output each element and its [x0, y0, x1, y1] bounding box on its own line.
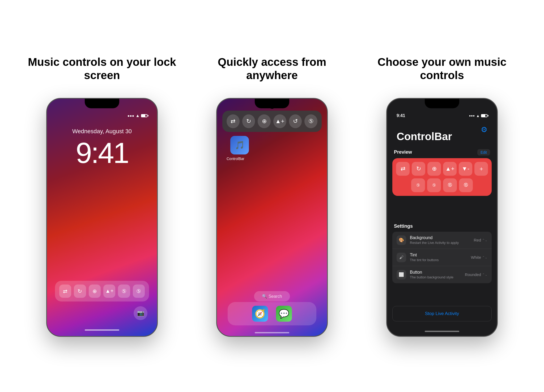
tint-setting-row[interactable]: 🖌 Tint The tint for buttons White ⌃⌄: [392, 249, 492, 266]
stop-live-activity-button[interactable]: Stop Live Activity: [392, 306, 492, 321]
button-setting-value: Rounded ⌃⌄: [465, 272, 487, 277]
preview-vol-down[interactable]: ▼-: [459, 162, 472, 176]
phone-3-status-bar: 9:41 ●●● ▲: [387, 113, 497, 118]
background-setting-content: Background Restart the Live Activity to …: [410, 235, 470, 245]
preview-row-2: ⑤ ⑤ ⑮ ⑮: [396, 178, 488, 192]
preview-s15-2[interactable]: ⑮: [459, 178, 473, 192]
background-setting-icon: 🎨: [397, 235, 406, 245]
phone-3-frame: 9:41 ●●● ▲ ⚙ ControlBar Preview Edit: [386, 98, 498, 337]
column-settings: Choose your own music controls 9:41 ●●● …: [365, 55, 519, 337]
preview-shuffle[interactable]: ⇄: [396, 162, 410, 176]
button-setting-row[interactable]: ⬜ Button The button background style Rou…: [392, 266, 492, 283]
search-icon: 🔍: [262, 294, 267, 299]
button-setting-icon: ⬜: [397, 270, 406, 279]
app-title: ControlBar: [397, 131, 452, 143]
preview-layers[interactable]: ⊕: [427, 162, 441, 176]
preview-vol-up[interactable]: ▲+: [443, 162, 457, 176]
background-setting-row[interactable]: 🎨 Background Restart the Live Activity t…: [392, 232, 492, 249]
preview-label: Preview: [394, 149, 412, 155]
lock-screen-time: 9:41: [47, 136, 157, 170]
preview-header: Preview Edit: [392, 149, 492, 156]
button-setting-subtitle: The button background style: [410, 275, 461, 279]
background-chevron-icon: ⌃⌄: [482, 238, 487, 242]
wifi-icon: ▲: [135, 113, 140, 118]
tint-setting-content: Tint The tint for buttons: [410, 253, 467, 262]
p3-signal-icon: ●●●: [469, 114, 475, 118]
signal-icon: ●●●: [128, 114, 134, 118]
tint-setting-title: Tint: [410, 253, 467, 257]
phone-2-dynamic-island: [269, 102, 275, 109]
cc-volume-up-button[interactable]: ▲+: [273, 114, 286, 128]
cc-skip-back-button[interactable]: ↺: [289, 114, 302, 128]
settings-section: Settings 🎨 Background Restart the Live A…: [392, 223, 492, 283]
p3-wifi-icon: ▲: [476, 114, 480, 118]
edit-button[interactable]: Edit: [477, 149, 490, 156]
preview-s15-1[interactable]: ⑮: [443, 178, 457, 192]
phone-3-home-indicator: [425, 331, 459, 332]
phone-2-home-indicator: [255, 332, 289, 333]
phone-1-status-bar: ●●● ▲: [47, 113, 157, 118]
messages-icon[interactable]: 💬: [276, 306, 292, 322]
background-setting-title: Background: [410, 235, 470, 240]
cc-skip-forward-button[interactable]: ⑤: [304, 114, 317, 128]
settings-list: 🎨 Background Restart the Live Activity t…: [392, 232, 492, 283]
phone-1-home-indicator: [85, 329, 119, 331]
controlbar-app-label: ControlBar: [227, 157, 244, 161]
tint-setting-icon: 🖌: [397, 253, 406, 262]
phone-2-dock: 🧭 💬: [228, 302, 316, 325]
gear-icon[interactable]: ⚙: [481, 125, 487, 134]
p3-battery-icon: [481, 114, 487, 117]
background-setting-subtitle: Restart the Live Activity to apply: [410, 241, 470, 245]
search-bar[interactable]: 🔍 Search: [254, 291, 290, 301]
preview-s5-1[interactable]: ⑤: [411, 178, 425, 192]
cc-repeat-button[interactable]: ↻: [242, 114, 255, 128]
column-control-center: Quickly access from anywhere ⇄ ↻ ⊕ ▲+ ↺ …: [195, 55, 349, 337]
phone-3-status-icons: ●●● ▲: [469, 114, 487, 118]
cc-layers-button[interactable]: ⊕: [258, 114, 271, 128]
column-lock-screen: Music controls on your lock screen ●●● ▲…: [25, 55, 179, 337]
button-chevron-icon: ⌃⌄: [482, 273, 487, 277]
lock-screen-date: Wednesday, August 30: [47, 128, 157, 135]
phone-1-status-icons: ●●● ▲: [128, 113, 147, 118]
cc-shuffle-button[interactable]: ⇄: [227, 114, 240, 128]
preview-repeat[interactable]: ↻: [412, 162, 425, 176]
settings-section-label: Settings: [392, 223, 492, 229]
controlbar-app-icon[interactable]: 🎵: [230, 136, 249, 154]
column-3-title: Choose your own music controls: [365, 55, 519, 85]
skip-back-5-button[interactable]: ⑤: [118, 285, 130, 298]
layers-button[interactable]: ⊕: [89, 285, 101, 298]
lock-screen-controls: ⇄ ↻ ⊕ ▲+ ⑤ ⑤: [55, 281, 149, 301]
phone-2-frame: ⇄ ↻ ⊕ ▲+ ↺ ⑤ 🎵 ControlBar 🔍 Search 🧭 💬: [216, 98, 328, 337]
phone-1-frame: ●●● ▲ Wednesday, August 30 9:41 ⇄ ↻ ⊕ ▲+…: [46, 98, 158, 337]
preview-plus[interactable]: ＋: [474, 162, 488, 176]
button-setting-title: Button: [410, 270, 461, 275]
preview-row-1: ⇄ ↻ ⊕ ▲+ ▼- ＋: [396, 162, 488, 176]
preview-s5-2[interactable]: ⑤: [427, 178, 441, 192]
skip-forward-5-button[interactable]: ⑤: [133, 285, 145, 298]
volume-up-button[interactable]: ▲+: [103, 285, 115, 298]
column-2-title: Quickly access from anywhere: [195, 55, 349, 85]
safari-icon[interactable]: 🧭: [252, 306, 268, 322]
preview-box: ⇄ ↻ ⊕ ▲+ ▼- ＋ ⑤ ⑤ ⑮ ⑮: [392, 158, 492, 196]
preview-section: Preview Edit ⇄ ↻ ⊕ ▲+ ▼- ＋ ⑤ ⑤: [392, 149, 492, 196]
camera-button[interactable]: 📷: [134, 306, 147, 320]
repeat-button[interactable]: ↻: [74, 285, 86, 298]
column-1-title: Music controls on your lock screen: [25, 55, 179, 85]
control-bar-widget: ⇄ ↻ ⊕ ▲+ ↺ ⑤: [222, 111, 322, 132]
shuffle-button[interactable]: ⇄: [59, 285, 71, 298]
background-setting-value: Red ⌃⌄: [474, 238, 487, 242]
main-container: Music controls on your lock screen ●●● ▲…: [0, 40, 544, 353]
tint-setting-value: White ⌃⌄: [471, 255, 487, 260]
battery-icon: [141, 114, 147, 117]
phone-3-time-status: 9:41: [397, 113, 405, 118]
button-setting-content: Button The button background style: [410, 270, 461, 279]
search-label: Search: [269, 294, 282, 299]
tint-setting-subtitle: The tint for buttons: [410, 258, 467, 262]
tint-chevron-icon: ⌃⌄: [482, 256, 487, 259]
